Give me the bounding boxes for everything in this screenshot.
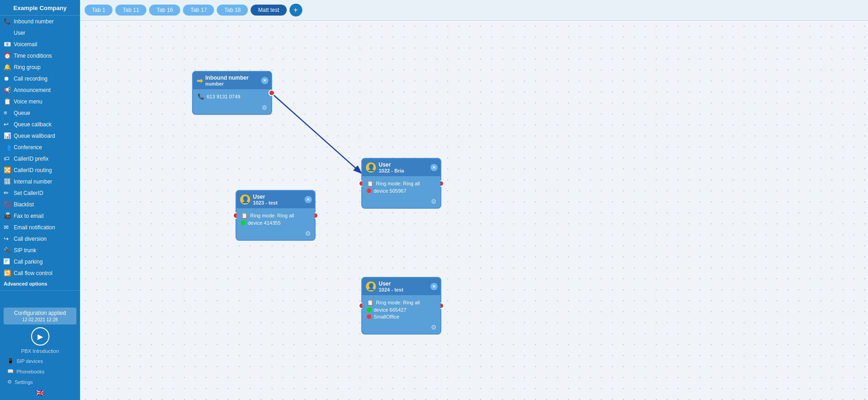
config-applied-date: 12.02.2021 12:28 xyxy=(8,317,72,322)
sidebar-label-set-callerid: Set CallerID xyxy=(14,190,43,196)
node-user3-device1: device 665427 xyxy=(374,307,407,313)
ring-mode3-icon: 📋 xyxy=(367,299,374,306)
sidebar-item-set-callerid[interactable]: ✏ Set CallerID xyxy=(0,187,80,199)
inbound-arrow-icon: ➡ xyxy=(197,76,203,85)
blacklist-icon: 🚫 xyxy=(4,201,11,208)
sidebar-item-call-flow-control[interactable]: 🔁 Call flow control xyxy=(0,267,80,279)
sidebar-item-call-diversion[interactable]: ↪ Call diversion xyxy=(0,233,80,244)
phone-icon: 📞 xyxy=(198,93,204,100)
pbx-intro-label: PBX Introduction xyxy=(21,348,59,354)
sidebar-item-internal-number[interactable]: 🔢 Internal number xyxy=(0,176,80,187)
node-user1-header: 👤 User 1022 - Bria ✕ xyxy=(362,159,440,176)
settings-icon: ⚙ xyxy=(7,379,12,385)
node-user2-body: 📋 Ring mode: Ring all device 414355 ⚙ xyxy=(236,208,315,240)
sidebar-item-time-conditions[interactable]: ⏰ Time conditions xyxy=(0,50,80,61)
sidebar-item-settings[interactable]: ⚙ Settings xyxy=(4,378,76,386)
queue-icon: ≡ xyxy=(4,109,11,116)
sidebar-label-callerid-routing: CallerID routing xyxy=(14,167,52,173)
sidebar-item-call-recording[interactable]: ⏺ Call recording xyxy=(0,73,80,84)
node-inbound-phone-row: 📞 613 9131 0749 xyxy=(198,93,267,100)
user1-avatar: 👤 xyxy=(366,162,376,173)
node-inbound-connector-right[interactable] xyxy=(268,90,275,96)
sidebar-item-callerid-routing[interactable]: 🔀 CallerID routing xyxy=(0,164,80,176)
email-notification-icon: ✉ xyxy=(4,224,11,231)
node-user1[interactable]: 👤 User 1022 - Bria ✕ 📋 Ring mode: Ring a… xyxy=(361,158,441,209)
tab-tab18[interactable]: Tab 18 xyxy=(217,5,248,16)
tab-matt-test[interactable]: Matt test xyxy=(251,5,286,16)
node-user2[interactable]: 👤 User 1023 - test ✕ 📋 Ring mode: Ring a… xyxy=(236,190,316,241)
node-user1-body: 📋 Ring mode: Ring all device 505967 ⚙ xyxy=(362,176,440,208)
user2-avatar: 👤 xyxy=(240,195,250,205)
node-user1-close[interactable]: ✕ xyxy=(430,164,438,171)
node-inbound[interactable]: ➡ Inbound number number ✕ 📞 613 9131 074… xyxy=(192,71,272,115)
callerid-prefix-icon: 🏷 xyxy=(4,155,11,162)
sidebar-item-voice-menu[interactable]: 📋 Voice menu xyxy=(0,96,80,107)
sidebar-item-queue-callback[interactable]: ↩ Queue callback xyxy=(0,119,80,130)
sidebar-item-call-parking[interactable]: 🅿 Call parking xyxy=(0,256,80,267)
sidebar-item-blacklist[interactable]: 🚫 Blacklist xyxy=(0,199,80,210)
sidebar-item-ring-group[interactable]: 🔔 Ring group xyxy=(0,61,80,73)
sidebar-item-fax-to-email[interactable]: 📠 Fax to email xyxy=(0,210,80,222)
user2-device-dot xyxy=(241,221,246,225)
advanced-options-label: Advanced options xyxy=(0,279,80,289)
node-user2-gear[interactable]: ⚙ xyxy=(305,230,311,237)
sidebar-label-call-diversion: Call diversion xyxy=(14,236,47,242)
tab-add-button[interactable]: + xyxy=(289,4,302,16)
node-user3[interactable]: 👤 User 1024 - test ✕ 📋 Ring mode: Ring a… xyxy=(361,277,441,335)
sidebar-label-queue-wallboard: Queue wallboard xyxy=(14,133,55,139)
node-user1-name: 1022 - Bria xyxy=(379,168,404,173)
node-user3-title: User xyxy=(379,281,403,287)
sidebar-label-queue: Queue xyxy=(14,110,30,116)
sip-devices-label: SIP devices xyxy=(16,358,43,364)
node-user2-name: 1023 - test xyxy=(253,200,278,205)
sidebar-item-voicemail[interactable]: 📧 Voicemail xyxy=(0,38,80,50)
sidebar-label-call-parking: Call parking xyxy=(14,259,43,265)
node-inbound-close[interactable]: ✕ xyxy=(261,77,268,84)
user-icon: 👤 xyxy=(4,29,11,36)
sidebar-label-call-recording: Call recording xyxy=(14,76,48,82)
node-user2-close[interactable]: ✕ xyxy=(305,196,312,203)
sidebar-label-queue-callback: Queue callback xyxy=(14,121,52,128)
sidebar-item-inbound-number[interactable]: 📞 Inbound number xyxy=(0,16,80,27)
sidebar-label-callerid-prefix: CallerID prefix xyxy=(14,156,48,162)
svg-line-1 xyxy=(271,93,362,174)
node-user3-close[interactable]: ✕ xyxy=(430,283,438,290)
tab-tab11[interactable]: Tab 11 xyxy=(115,5,146,16)
sidebar-item-user[interactable]: 👤 User xyxy=(0,27,80,38)
sidebar-label-announcement: Announcement xyxy=(14,87,51,93)
sidebar-label-fax-to-email: Fax to email xyxy=(14,213,43,219)
ring-group-icon: 🔔 xyxy=(4,64,11,70)
sidebar-item-phonebooks[interactable]: 📖 Phonebooks xyxy=(4,367,76,376)
sidebar-item-announcement[interactable]: 📢 Announcement xyxy=(0,84,80,96)
sidebar-item-queue[interactable]: ≡ Queue xyxy=(0,107,80,119)
sidebar-bottom-links: 📱 SIP devices 📖 Phonebooks ⚙ Settings xyxy=(4,357,76,386)
phonebooks-label: Phonebooks xyxy=(16,369,44,374)
tab-tab16[interactable]: Tab 16 xyxy=(149,5,180,16)
tab-tab1[interactable]: Tab 1 xyxy=(85,5,113,16)
node-user3-gear[interactable]: ⚙ xyxy=(431,324,437,331)
play-button[interactable]: ▶ xyxy=(31,327,49,346)
main-area: Tab 1 Tab 11 Tab 16 Tab 17 Tab 18 Matt t… xyxy=(80,0,868,400)
sidebar-item-sip-devices[interactable]: 📱 SIP devices xyxy=(4,357,76,365)
node-user1-gear[interactable]: ⚙ xyxy=(431,198,437,205)
user3-avatar: 👤 xyxy=(366,281,376,292)
queue-callback-icon: ↩ xyxy=(4,121,11,128)
tab-tab17[interactable]: Tab 17 xyxy=(183,5,214,16)
node-user2-ring-mode: Ring mode: Ring all xyxy=(250,213,294,218)
node-user2-title: User xyxy=(253,194,278,200)
company-name: Example Company xyxy=(0,0,80,16)
node-user3-device2: SmallOffice xyxy=(374,314,399,319)
sidebar-item-email-notification[interactable]: ✉ Email notification xyxy=(0,222,80,233)
call-parking-icon: 🅿 xyxy=(4,258,11,265)
node-inbound-gear[interactable]: ⚙ xyxy=(262,104,268,111)
sidebar-item-callerid-prefix[interactable]: 🏷 CallerID prefix xyxy=(0,153,80,164)
sidebar-label-ring-group: Ring group xyxy=(14,64,41,70)
flow-canvas[interactable]: ➡ Inbound number number ✕ 📞 613 9131 074… xyxy=(80,21,868,400)
sidebar-item-queue-wallboard[interactable]: 📊 Queue wallboard xyxy=(0,130,80,141)
sidebar-label-time-conditions: Time conditions xyxy=(14,53,52,59)
node-inbound-header: ➡ Inbound number number ✕ xyxy=(193,72,271,89)
sidebar-bottom: Configuration applied 12.02.2021 12:28 ▶… xyxy=(0,304,80,400)
node-inbound-subtitle: number xyxy=(205,81,249,86)
sidebar-item-conference[interactable]: 👥 Conference xyxy=(0,141,80,153)
sidebar-item-sip-trunk[interactable]: 🔌 SIP trunk xyxy=(0,244,80,256)
